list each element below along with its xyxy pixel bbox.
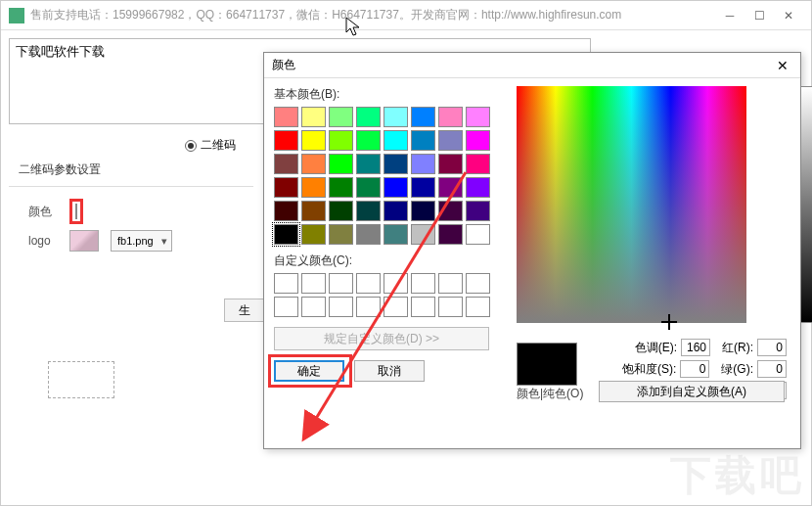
basic-color-cell[interactable] <box>301 130 326 151</box>
basic-color-cell[interactable] <box>274 224 298 245</box>
basic-color-cell[interactable] <box>438 154 463 174</box>
basic-color-cell[interactable] <box>411 130 435 151</box>
qr-radio[interactable]: 二维码 <box>185 137 236 154</box>
basic-color-cell[interactable] <box>356 107 381 127</box>
custom-color-slot[interactable] <box>411 297 435 317</box>
basic-color-cell[interactable] <box>301 154 326 174</box>
basic-color-cell[interactable] <box>383 201 408 221</box>
basic-color-cell[interactable] <box>329 224 353 245</box>
custom-color-slot[interactable] <box>356 297 381 317</box>
basic-color-cell[interactable] <box>466 224 490 245</box>
basic-color-cell[interactable] <box>274 201 298 221</box>
basic-color-cell[interactable] <box>438 107 463 127</box>
basic-color-cell[interactable] <box>383 154 408 174</box>
basic-color-cell[interactable] <box>274 154 298 174</box>
qr-radio-label: 二维码 <box>201 137 236 154</box>
basic-color-cell[interactable] <box>438 177 463 198</box>
custom-color-slot[interactable] <box>356 273 381 294</box>
close-button[interactable]: ✕ <box>774 4 803 27</box>
color-gradient[interactable] <box>517 86 746 323</box>
basic-color-cell[interactable] <box>411 201 435 221</box>
custom-colors-grid <box>274 273 509 317</box>
basic-color-cell[interactable] <box>301 201 326 221</box>
dialog-close-button[interactable]: ✕ <box>773 58 792 73</box>
dialog-title: 颜色 <box>272 57 773 73</box>
custom-colors-label: 自定义颜色(C): <box>274 253 509 269</box>
custom-color-slot[interactable] <box>274 297 298 317</box>
preview-label: 颜色|纯色(O) <box>517 386 583 402</box>
basic-color-cell[interactable] <box>274 130 298 151</box>
luminance-strip[interactable] <box>800 86 812 323</box>
r-input[interactable] <box>757 339 787 356</box>
basic-color-cell[interactable] <box>329 201 353 221</box>
basic-color-cell[interactable] <box>274 177 298 198</box>
basic-color-cell[interactable] <box>356 201 381 221</box>
define-custom-button: 规定自定义颜色(D) >> <box>274 327 489 350</box>
basic-color-cell[interactable] <box>383 107 408 127</box>
generate-button[interactable]: 生 <box>224 299 265 322</box>
basic-color-cell[interactable] <box>411 177 435 198</box>
custom-color-slot[interactable] <box>329 297 353 317</box>
minimize-button[interactable]: ─ <box>715 4 744 27</box>
custom-color-slot[interactable] <box>383 297 408 317</box>
basic-color-cell[interactable] <box>329 130 353 151</box>
g-input[interactable] <box>757 360 787 378</box>
logo-thumbnail[interactable] <box>69 230 99 252</box>
basic-colors-grid <box>274 107 509 245</box>
basic-color-cell[interactable] <box>329 177 353 198</box>
custom-color-slot[interactable] <box>329 273 353 294</box>
basic-color-cell[interactable] <box>329 107 353 127</box>
custom-color-slot[interactable] <box>383 273 408 294</box>
custom-color-slot[interactable] <box>301 297 326 317</box>
cancel-button[interactable]: 取消 <box>354 360 425 382</box>
basic-color-cell[interactable] <box>301 107 326 127</box>
custom-color-slot[interactable] <box>301 273 326 294</box>
custom-color-slot[interactable] <box>466 297 490 317</box>
sat-input[interactable] <box>680 360 709 378</box>
hue-label: 色调(E): <box>635 340 677 356</box>
basic-color-cell[interactable] <box>383 177 408 198</box>
basic-color-cell[interactable] <box>466 201 490 221</box>
basic-color-cell[interactable] <box>356 177 381 198</box>
basic-color-cell[interactable] <box>329 154 353 174</box>
add-custom-button[interactable]: 添加到自定义颜色(A) <box>599 381 785 402</box>
basic-color-cell[interactable] <box>301 177 326 198</box>
custom-color-slot[interactable] <box>466 273 490 294</box>
custom-color-slot[interactable] <box>438 297 463 317</box>
basic-color-cell[interactable] <box>466 130 490 151</box>
basic-color-cell[interactable] <box>274 107 298 127</box>
custom-color-slot[interactable] <box>438 273 463 294</box>
custom-color-slot[interactable] <box>274 273 298 294</box>
radio-icon <box>185 140 197 152</box>
maximize-button[interactable]: ☐ <box>744 4 774 27</box>
basic-color-cell[interactable] <box>383 130 408 151</box>
basic-color-cell[interactable] <box>411 224 435 245</box>
basic-color-cell[interactable] <box>438 224 463 245</box>
ok-button[interactable]: 确定 <box>274 360 344 382</box>
basic-color-cell[interactable] <box>466 154 490 174</box>
basic-color-cell[interactable] <box>383 224 408 245</box>
hue-input[interactable] <box>681 339 710 356</box>
color-dialog: 颜色 ✕ 基本颜色(B): 自定义颜色(C): <box>263 52 801 449</box>
basic-color-cell[interactable] <box>411 154 435 174</box>
basic-color-cell[interactable] <box>466 177 490 198</box>
color-swatch[interactable] <box>75 204 77 219</box>
main-window: 售前支持电话：15999667982，QQ：664711737，微信：H6647… <box>0 0 812 506</box>
basic-color-cell[interactable] <box>356 224 381 245</box>
crosshair-icon <box>663 316 675 328</box>
custom-color-slot[interactable] <box>411 273 435 294</box>
basic-color-cell[interactable] <box>411 107 435 127</box>
logo-param-label: logo <box>28 234 58 248</box>
basic-color-cell[interactable] <box>466 107 490 127</box>
logo-combo[interactable]: fb1.png <box>111 230 172 252</box>
r-label: 红(R): <box>722 340 753 356</box>
color-preview <box>517 343 577 386</box>
color-highlight <box>69 199 83 224</box>
basic-color-cell[interactable] <box>356 154 381 174</box>
basic-color-cell[interactable] <box>438 201 463 221</box>
preview-placeholder <box>48 361 114 398</box>
basic-color-cell[interactable] <box>438 130 463 151</box>
basic-color-cell[interactable] <box>356 130 381 151</box>
basic-color-cell[interactable] <box>301 224 326 245</box>
app-icon <box>9 8 24 23</box>
